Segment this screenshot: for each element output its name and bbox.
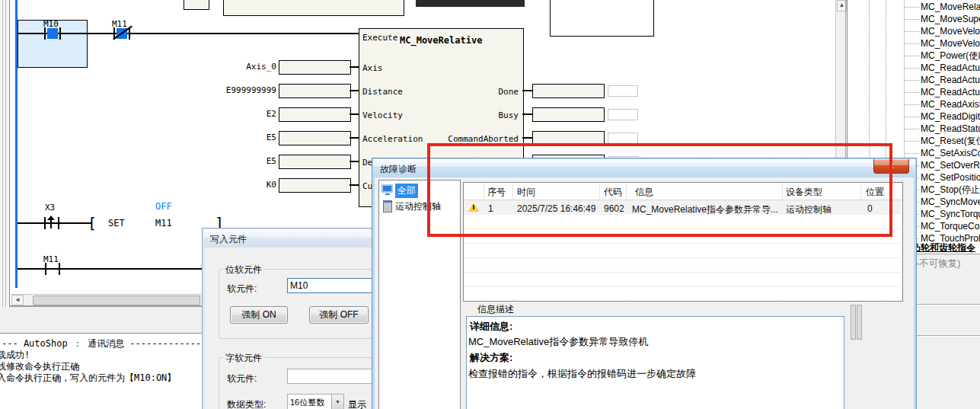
tree-item-mc[interactable]: MC_MoveRelati (921, 1, 980, 13)
tree-connector (905, 31, 919, 32)
tree-connector (905, 43, 919, 44)
pin-busy: Busy (499, 110, 519, 120)
contact-tick (59, 263, 60, 275)
tree-item-mc[interactable]: MC_Stop(停止 (921, 184, 980, 196)
tree-item-mc[interactable]: MC_SetAxisCon (921, 147, 980, 159)
pin-wire (350, 137, 359, 139)
operand-value-box[interactable] (279, 84, 351, 98)
partial-block (550, 0, 654, 37)
block-title: MC_MoveRelative (400, 35, 482, 46)
datatype-label: 数据类型: (227, 398, 266, 409)
rung2-wire (18, 222, 92, 224)
output-line: 入命令执行正确，写入的元件为【M10:ON】 (0, 372, 176, 385)
tree-category[interactable]: 凸轮和齿轮指令 (911, 241, 975, 254)
output-value-box[interactable] (532, 84, 605, 98)
force-on-button[interactable]: 强制 ON (230, 306, 288, 324)
pin-acceleration: Acceleration (362, 134, 423, 144)
tree-item-mc[interactable]: MC_ReadActual (921, 86, 980, 98)
desc-scrollbar[interactable] (851, 305, 856, 340)
pin-wire (522, 137, 532, 139)
axis-device-icon (383, 200, 392, 212)
set-operand[interactable]: M11 (155, 218, 172, 228)
contact-tick (59, 27, 61, 40)
tree-connector (905, 7, 919, 8)
operand-value-box[interactable] (279, 178, 351, 193)
partial-block (184, 0, 209, 10)
output-value-box[interactable] (532, 107, 605, 122)
set-status: OFF (155, 201, 172, 212)
contact-tick (45, 263, 46, 275)
pin-axis: Axis (362, 63, 383, 73)
tree-item-mc[interactable]: MC_SyncMoveV (921, 196, 980, 208)
bit-element-label: 软元件: (227, 283, 257, 296)
tree-item-mc[interactable]: MC_MoveVeloci (921, 25, 980, 37)
tree-connector (905, 92, 919, 93)
tree-item-mc[interactable]: MC_SetOverRid (921, 159, 980, 171)
monitor-icon-stand (385, 193, 390, 195)
pin-execute: Execute (362, 33, 397, 43)
bit-element-group-label: 位软元件 (223, 264, 264, 276)
tree-item-mc[interactable]: MC_ReadStatus (921, 123, 980, 135)
word-element-group-label: 字软元件 (223, 352, 264, 365)
tree-item-mc[interactable]: MC_ReadActual (921, 74, 980, 86)
tree-item-mc[interactable]: MC_SyncTorque (921, 208, 980, 220)
tree-connector (905, 80, 919, 81)
info-desc-box[interactable]: 详细信息: MC_MoveRelative指令参数异常导致停机 解决方案: 检查… (466, 316, 844, 409)
monitor-icon (381, 184, 393, 193)
contact-m10[interactable] (47, 28, 58, 39)
operand-value-box[interactable] (279, 155, 351, 169)
tree-connector (905, 153, 919, 154)
operand-value-box[interactable] (279, 131, 351, 145)
datatype-value: 16位整数 (290, 397, 324, 408)
tree-item-mc[interactable]: MC_MoveVeloci (921, 37, 980, 50)
tree-item-mc[interactable]: MC_ReadActual (921, 62, 980, 74)
tree-connector (905, 104, 919, 105)
autoshop-workspace: M10 M11 Execute MC_MoveRelative Axis Dis… (0, 0, 980, 409)
pin-wire (522, 90, 532, 91)
tree-connector (905, 117, 919, 117)
tree-item-mc[interactable]: MC_TorqueCon (921, 220, 980, 232)
tree-item-mc[interactable]: MC_Reset(复位 (921, 135, 980, 147)
set-op[interactable]: SET (108, 218, 125, 228)
pin-distance: Distance (362, 87, 403, 97)
pin-velocity: Velocity (362, 110, 403, 120)
operand-label: E999999999 (215, 85, 276, 95)
tree-connector (905, 19, 919, 20)
hscroll-thumb[interactable] (33, 296, 200, 305)
force-off-button[interactable]: 强制 OFF (309, 306, 369, 324)
solution-label: 解决方案: (470, 351, 512, 365)
rung1-wire (18, 33, 359, 34)
bit-element-input[interactable] (287, 278, 377, 293)
up-arrow-icon: ▲ (839, 2, 845, 8)
operand-label: E5 (215, 156, 276, 166)
detail-text: MC_MoveRelative指令参数异常导致停机 (468, 335, 648, 349)
datatype-combobox[interactable]: 16位整数 ▼ (287, 394, 344, 409)
tree-item-mc[interactable]: MC_MoveSuper (921, 13, 980, 25)
left-arrow-icon: ◄ (14, 296, 21, 303)
display-label: 显示 (348, 398, 366, 409)
chevron-down-icon: ▼ (335, 399, 340, 404)
tree-item-mc[interactable]: MC_SetPosition (921, 171, 980, 184)
tree-item-mc[interactable]: MC_Power(使能 (921, 50, 980, 62)
tree-connector (905, 129, 919, 129)
set-bracket-open: [ (88, 214, 97, 232)
scroll-left-button[interactable]: ◄ (11, 295, 24, 305)
tree-item-mc[interactable]: MC_ReadAxisEr (921, 98, 980, 110)
desc-scrollbar[interactable] (857, 305, 862, 340)
operand-value-box[interactable] (279, 60, 351, 75)
write-element-dialog[interactable]: 写入元件 位软元件 软元件: 强制 ON 强制 OFF 字软元件 软元件: 数据… (202, 228, 382, 409)
operand-value-box[interactable] (279, 107, 351, 122)
operand-label: E5 (215, 133, 276, 142)
word-element-input[interactable] (287, 369, 377, 384)
write-dialog-title: 写入元件 (210, 233, 247, 246)
pin-wire (522, 113, 532, 115)
write-dialog-titlebar[interactable]: 写入元件 (203, 229, 381, 248)
pin-wire (350, 66, 359, 68)
output-comment-box (608, 133, 638, 144)
combo-dropdown-button[interactable]: ▼ (331, 395, 343, 409)
tree-connector (905, 56, 919, 56)
tree-item-mc[interactable]: MC_ReadDigital (921, 110, 980, 123)
rising-edge-stem (50, 219, 52, 228)
contact-tick (44, 27, 46, 40)
pin-wire (350, 184, 359, 186)
